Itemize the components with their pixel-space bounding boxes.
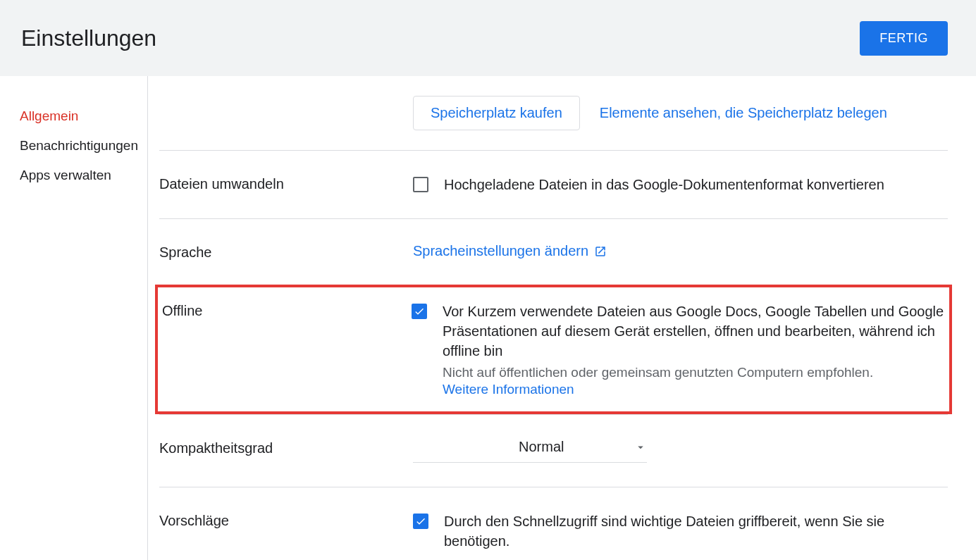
section-convert: Dateien umwandeln Hochgeladene Dateien i… <box>159 150 948 218</box>
section-offline: Offline Vor Kurzem verwendete Dateien au… <box>158 287 949 411</box>
density-select[interactable]: Normal <box>413 439 647 463</box>
suggestions-checkbox[interactable] <box>413 514 428 529</box>
sidebar-item-notifications[interactable]: Benachrichtigungen <box>0 131 147 161</box>
storage-row: Speicherplatz kaufen Elemente ansehen, d… <box>159 76 948 150</box>
section-language: Sprache Spracheinstellungen ändern <box>159 218 948 285</box>
section-label-convert: Dateien umwandeln <box>159 175 413 194</box>
section-content-density: Normal <box>413 439 948 463</box>
language-link-text: Spracheinstellungen ändern <box>413 243 588 259</box>
convert-checkbox[interactable] <box>413 177 428 192</box>
offline-text: Vor Kurzem verwendete Dateien aus Google… <box>443 301 949 361</box>
body: Allgemein Benachrichtigungen Apps verwal… <box>0 76 976 560</box>
offline-text-block: Vor Kurzem verwendete Dateien aus Google… <box>443 301 949 397</box>
offline-checkbox[interactable] <box>412 304 427 319</box>
sidebar-item-manage-apps[interactable]: Apps verwalten <box>0 161 147 190</box>
convert-text: Hochgeladene Dateien in das Google-Dokum… <box>444 175 884 194</box>
main-content: Speicherplatz kaufen Elemente ansehen, d… <box>148 76 976 560</box>
offline-more-info-link[interactable]: Weitere Informationen <box>443 382 574 397</box>
sidebar-item-general[interactable]: Allgemein <box>0 101 147 131</box>
section-label-language: Sprache <box>159 243 413 261</box>
external-link-icon <box>594 245 607 258</box>
offline-highlight: Offline Vor Kurzem verwendete Dateien au… <box>155 285 952 414</box>
page-title: Einstellungen <box>21 25 156 51</box>
offline-hint: Nicht auf öffentlichen oder gemeinsam ge… <box>443 365 949 380</box>
check-icon <box>414 306 425 317</box>
section-content-suggestions: Durch den Schnellzugriff sind wichtige D… <box>413 511 948 551</box>
chevron-down-icon <box>634 441 647 454</box>
section-density: Kompaktheitsgrad Normal <box>159 414 948 487</box>
section-suggestions: Vorschläge Durch den Schnellzugriff sind… <box>159 487 948 560</box>
check-icon <box>415 516 426 527</box>
view-storage-items-link[interactable]: Elemente ansehen, die Speicherplatz bele… <box>600 105 887 121</box>
section-content-offline: Vor Kurzem verwendete Dateien aus Google… <box>412 301 949 397</box>
suggestions-text: Durch den Schnellzugriff sind wichtige D… <box>444 511 948 551</box>
done-button[interactable]: FERTIG <box>860 21 948 56</box>
section-label-offline: Offline <box>162 301 412 397</box>
buy-storage-button[interactable]: Speicherplatz kaufen <box>413 96 580 130</box>
section-content-language: Spracheinstellungen ändern <box>413 243 948 261</box>
section-label-suggestions: Vorschläge <box>159 511 413 551</box>
section-label-density: Kompaktheitsgrad <box>159 439 413 463</box>
header: Einstellungen FERTIG <box>0 0 976 76</box>
density-value: Normal <box>519 439 564 455</box>
sidebar: Allgemein Benachrichtigungen Apps verwal… <box>0 76 148 560</box>
language-settings-link[interactable]: Spracheinstellungen ändern <box>413 243 607 259</box>
section-content-convert: Hochgeladene Dateien in das Google-Dokum… <box>413 175 948 194</box>
